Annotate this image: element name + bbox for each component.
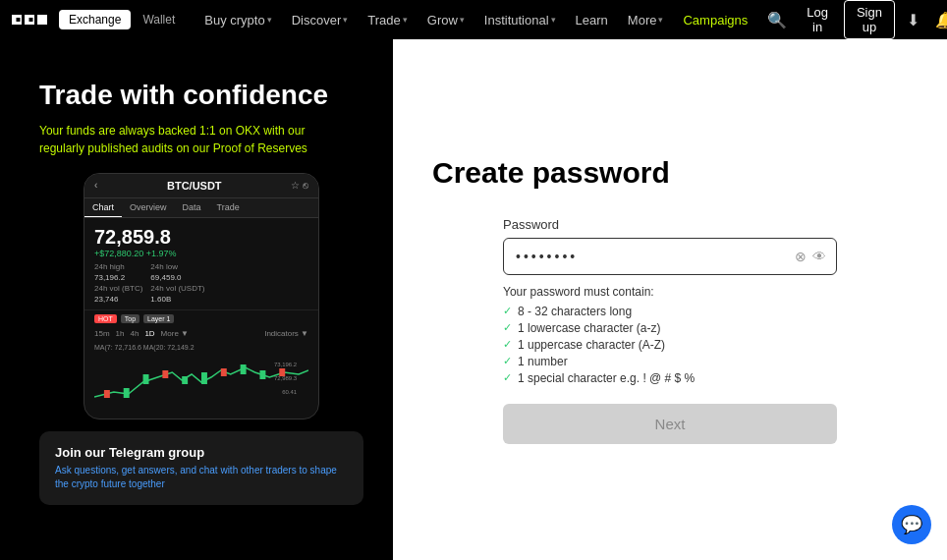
- clear-password-button[interactable]: ⊗: [795, 249, 807, 264]
- layer1-badge: Layer 1: [143, 314, 174, 323]
- next-button[interactable]: Next: [503, 404, 837, 444]
- chevron-down-icon: ▾: [267, 15, 272, 25]
- telegram-link[interactable]: together: [129, 478, 165, 489]
- svg-text:72,989.3: 72,989.3: [274, 375, 298, 381]
- timeframe-4h[interactable]: 4h: [130, 329, 139, 338]
- timeframe-1d[interactable]: 1D: [144, 329, 154, 338]
- nav-trade[interactable]: Trade ▾: [360, 9, 415, 31]
- password-input-wrapper: ⊗ 👁: [503, 238, 837, 275]
- telegram-group-box: Join our Telegram group Ask questions, g…: [39, 431, 363, 505]
- price-change: +$72,880.20 +1.97%: [94, 249, 308, 258]
- current-price: 72,859.8: [94, 226, 308, 249]
- svg-rect-11: [221, 368, 227, 376]
- chevron-down-icon: ▾: [460, 15, 465, 25]
- telegram-title: Join our Telegram group: [55, 445, 348, 460]
- password-form: Password ⊗ 👁 Your password must contain:…: [503, 217, 837, 444]
- svg-rect-10: [201, 372, 207, 384]
- req-length: ✓ 8 - 32 characters long: [503, 305, 837, 318]
- login-button[interactable]: Log in: [799, 1, 836, 38]
- svg-rect-9: [182, 376, 188, 384]
- check-icon: ✓: [503, 305, 512, 317]
- svg-rect-6: [124, 388, 130, 398]
- svg-text:73,196.2: 73,196.2: [274, 362, 298, 367]
- chat-support-button[interactable]: 💬: [892, 505, 931, 544]
- phone-tabs: Chart Overview Data Trade: [84, 198, 318, 218]
- chevron-down-icon: ▾: [403, 15, 408, 25]
- nav-more[interactable]: More ▾: [620, 9, 672, 31]
- navbar: Exchange Wallet Buy crypto ▾ Discover ▾ …: [0, 0, 947, 39]
- trading-pair: BTC/USDT: [167, 180, 222, 192]
- req-number: ✓ 1 number: [503, 355, 837, 368]
- svg-rect-2: [37, 15, 47, 25]
- svg-rect-8: [162, 370, 168, 378]
- hero-title: Trade with confidence: [39, 79, 363, 112]
- nav-discover[interactable]: Discover ▾: [284, 9, 357, 31]
- phone-tab-data[interactable]: Data: [175, 198, 209, 217]
- chevron-down-icon: ▾: [658, 15, 663, 25]
- password-input[interactable]: [504, 239, 795, 274]
- tab-wallet[interactable]: Wallet: [133, 10, 185, 29]
- chevron-down-icon: ▾: [343, 15, 348, 25]
- req-special: ✓ 1 special character e.g. ! @ # $ %: [503, 371, 837, 385]
- proof-of-reserves-link[interactable]: Proof of Reserves: [213, 141, 307, 155]
- hero-subtitle: Your funds are always backed 1:1 on OKX …: [39, 122, 314, 157]
- check-icon: ✓: [503, 321, 512, 334]
- price-area: 72,859.8 +$72,880.20 +1.97%: [84, 218, 318, 262]
- right-panel: Create password Password ⊗ 👁 Your passwo…: [393, 39, 947, 560]
- svg-rect-4: [29, 18, 33, 22]
- timeframe-more[interactable]: More ▼: [161, 329, 189, 338]
- chart-controls: 15m 1h 4h 1D More ▼ Indicators ▼: [84, 327, 318, 340]
- check-icon: ✓: [503, 371, 512, 384]
- nav-campaigns[interactable]: Campaigns: [675, 9, 755, 31]
- check-icon: ✓: [503, 338, 512, 351]
- top-badge: Top: [121, 314, 139, 323]
- bell-icon[interactable]: 🔔: [931, 7, 947, 33]
- nav-buy-crypto[interactable]: Buy crypto ▾: [196, 9, 279, 31]
- timeframe-15m[interactable]: 15m: [94, 329, 110, 338]
- left-panel: Trade with confidence Your funds are alw…: [0, 39, 393, 560]
- okx-logo: [12, 8, 47, 31]
- svg-rect-13: [259, 370, 265, 379]
- signup-button[interactable]: Sign up: [844, 0, 895, 39]
- requirements-title: Your password must contain:: [503, 285, 837, 299]
- phone-tab-chart[interactable]: Chart: [84, 198, 122, 217]
- hot-badge: HOT: [94, 314, 117, 323]
- telegram-desc: Ask questions, get answers, and chat wit…: [55, 464, 348, 491]
- phone-tab-trade[interactable]: Trade: [209, 198, 248, 217]
- phone-mockup: ‹ BTC/USDT ☆ ⎋ Chart Overview Data Trade…: [84, 173, 319, 420]
- phone-tab-overview[interactable]: Overview: [122, 198, 175, 217]
- svg-rect-12: [241, 364, 247, 374]
- toggle-password-visibility[interactable]: 👁: [812, 249, 826, 264]
- ma-label: MA(7: 72,716.6 MA(20: 72,149.2: [94, 344, 308, 351]
- nav-institutional[interactable]: Institutional ▾: [476, 9, 564, 31]
- indicators-dropdown[interactable]: Indicators ▼: [264, 329, 308, 338]
- svg-text:60.41: 60.41: [282, 389, 298, 395]
- password-label: Password: [503, 217, 837, 232]
- candlestick-chart: 73,196.2 72,989.3 60.41: [94, 353, 308, 417]
- req-lowercase: ✓ 1 lowercase character (a-z): [503, 321, 837, 335]
- phone-badges: HOT Top Layer 1: [84, 310, 318, 327]
- nav-grow[interactable]: Grow ▾: [419, 9, 473, 31]
- svg-rect-5: [104, 390, 110, 398]
- download-icon[interactable]: ⬇: [903, 7, 923, 33]
- timeframe-1h[interactable]: 1h: [116, 329, 125, 338]
- svg-rect-3: [17, 18, 21, 22]
- price-stats: 24h high 73,196.2 24h vol (BTC) 23,746 2…: [84, 262, 318, 310]
- create-password-title: Create password: [432, 156, 766, 190]
- chevron-down-icon: ▾: [551, 15, 556, 25]
- nav-learn[interactable]: Learn: [568, 9, 616, 31]
- nav-icon-group: 🔍 Log in Sign up ⬇ 🔔 ❓ 🌐: [763, 0, 947, 39]
- req-uppercase: ✓ 1 uppercase character (A-Z): [503, 338, 837, 352]
- price-chart: MA(7: 72,716.6 MA(20: 72,149.2: [84, 340, 318, 419]
- tab-exchange[interactable]: Exchange: [59, 10, 131, 29]
- svg-rect-7: [143, 374, 149, 384]
- phone-action-icons: ☆ ⎋: [291, 180, 308, 191]
- search-button[interactable]: 🔍: [763, 7, 791, 33]
- exchange-wallet-tabs: Exchange Wallet: [59, 10, 185, 29]
- check-icon: ✓: [503, 355, 512, 367]
- phone-back-icon: ‹: [94, 180, 97, 191]
- main-layout: Trade with confidence Your funds are alw…: [0, 39, 947, 560]
